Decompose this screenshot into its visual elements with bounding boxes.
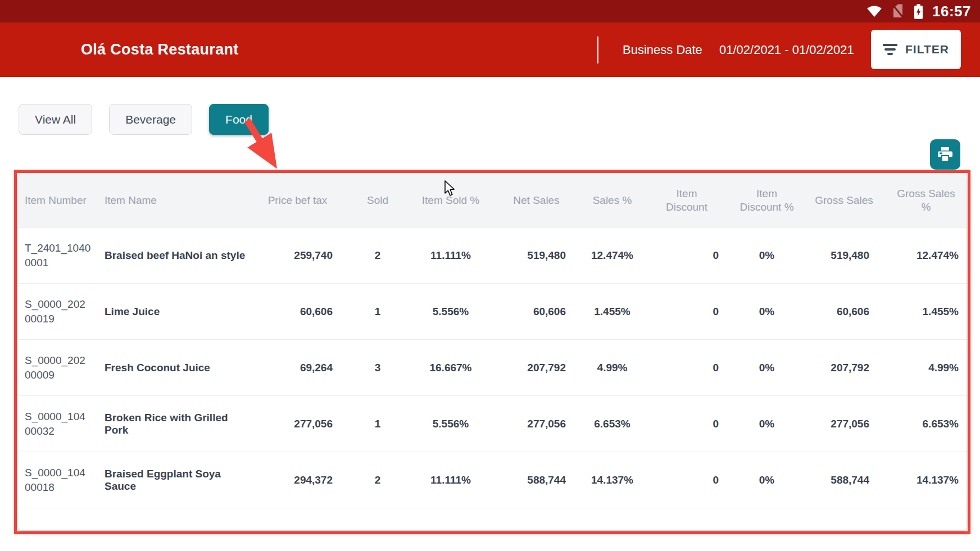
header-cell-item-sold-pct[interactable]: Item Sold % — [409, 174, 493, 227]
cell-gross-sales: 86,580 — [805, 530, 883, 531]
cell-net-sales: 588,744 — [493, 474, 580, 486]
chip-beverage[interactable]: Beverage — [109, 104, 192, 135]
cell-item-name: Lime Juice — [91, 306, 248, 318]
cell-sales-pct: 1.455% — [580, 306, 645, 318]
cell-item-name: Braised beef HaNoi an style — [91, 249, 248, 262]
cell-price-bef-tax: 60,606 — [248, 306, 347, 318]
cell-net-sales: 60,606 — [493, 306, 580, 318]
cell-item-sold-pct: 5.556% — [409, 530, 493, 531]
cell-item-sold-pct: 11.111% — [409, 474, 493, 486]
cell-item-number: S_0000_204 — [18, 529, 91, 530]
cell-item-number: S_0000_202 00009 — [18, 353, 91, 382]
cell-item-discount: 0 — [645, 530, 729, 531]
header-cell-net-sales[interactable]: Net Sales — [493, 174, 580, 227]
cell-sold: 1 — [347, 530, 409, 531]
business-date-value[interactable]: 01/02/2021 - 01/02/2021 — [719, 22, 854, 77]
cell-net-sales: 207,792 — [493, 362, 580, 374]
cell-sales-pct: 14.137% — [580, 474, 645, 486]
battery-charging-icon — [914, 4, 923, 19]
cell-gross-sales: 60,606 — [805, 306, 883, 318]
cell-net-sales: 86,580 — [493, 530, 580, 531]
cell-item-name: Broken Rice with Grilled Pork — [91, 412, 248, 436]
header-cell-sales-pct[interactable]: Sales % — [580, 174, 645, 227]
table-body: T_2401_1040 0001 Braised beef HaNoi an s… — [18, 227, 967, 530]
cell-item-name: Blueberry Lemon Cool — [91, 530, 248, 531]
cell-sales-pct: 6.653% — [580, 418, 645, 430]
cell-item-discount-pct: 0% — [729, 362, 805, 374]
cell-item-sold-pct: 5.556% — [409, 306, 493, 318]
cell-price-bef-tax: 294,372 — [248, 474, 347, 486]
cell-sales-pct: 2.079% — [580, 530, 645, 531]
cell-item-number: S_0000_104 00018 — [18, 466, 91, 494]
cell-item-name: Braised Eggplant Soya Sauce — [91, 468, 248, 493]
report-table-card: Item Number Item Name Price bef tax Sold… — [18, 174, 967, 530]
status-time: 16:57 — [932, 3, 971, 20]
header-cell-gross-sales-pct[interactable]: Gross Sales % — [883, 174, 967, 227]
chip-view-all[interactable]: View All — [19, 104, 92, 135]
cell-sold: 1 — [347, 418, 409, 430]
chip-food[interactable]: Food — [209, 104, 269, 135]
status-bar: 16:57 — [0, 0, 980, 22]
table-row: S_0000_104 00032 Broken Rice with Grille… — [18, 396, 967, 452]
header-divider — [597, 37, 598, 63]
cell-item-discount: 0 — [645, 306, 729, 318]
wifi-icon — [866, 4, 882, 18]
header-cell-item-number[interactable]: Item Number — [18, 174, 91, 227]
category-chips: View All Beverage Food — [19, 104, 269, 135]
cell-sales-pct: 12.474% — [580, 249, 645, 262]
cell-item-discount-pct: 0% — [729, 474, 805, 486]
cell-item-discount-pct: 0% — [729, 306, 805, 318]
header-cell-sold[interactable]: Sold — [347, 174, 409, 227]
filter-lines-icon — [883, 43, 897, 56]
cell-sold: 2 — [347, 249, 409, 262]
cell-item-number: S_0000_104 00032 — [18, 409, 91, 438]
cell-price-bef-tax: 86,580 — [248, 530, 347, 531]
print-button[interactable] — [930, 139, 960, 170]
cell-item-discount-pct: 0% — [729, 418, 805, 430]
header-cell-price-bef-tax[interactable]: Price bef tax — [248, 174, 347, 227]
cell-gross-sales-pct: 6.653% — [883, 418, 967, 430]
cell-item-name: Fresh Coconut Juice — [91, 362, 248, 374]
header-cell-item-discount[interactable]: Item Discount — [645, 174, 729, 227]
table-row: S_0000_202 00009 Fresh Coconut Juice 69,… — [18, 340, 967, 396]
table-row: S_0000_204 Blueberry Lemon Cool 86,580 1… — [18, 508, 967, 530]
cell-gross-sales-pct: 2.079% — [883, 530, 967, 531]
cell-item-discount: 0 — [645, 362, 729, 374]
cell-price-bef-tax: 277,056 — [248, 418, 347, 430]
cell-item-sold-pct: 16.667% — [409, 362, 493, 374]
header-cell-item-name[interactable]: Item Name — [91, 174, 248, 227]
cell-price-bef-tax: 69,264 — [248, 362, 347, 374]
cell-item-discount: 0 — [645, 474, 729, 486]
annotation-highlight-box: Item Number Item Name Price bef tax Sold… — [14, 170, 970, 534]
filter-button[interactable]: FILTER — [871, 30, 961, 69]
cell-sales-pct: 4.99% — [580, 362, 645, 374]
header-cell-item-discount-pct[interactable]: Item Discount % — [729, 174, 805, 227]
cell-gross-sales: 207,792 — [805, 362, 883, 374]
cell-gross-sales: 277,056 — [805, 418, 883, 430]
cell-gross-sales-pct: 12.474% — [883, 249, 967, 262]
cell-sold: 1 — [347, 306, 409, 318]
header-cell-gross-sales[interactable]: Gross Sales — [805, 174, 883, 227]
no-sim-icon — [891, 4, 905, 19]
cell-gross-sales-pct: 14.137% — [883, 474, 967, 486]
cell-item-sold-pct: 5.556% — [409, 418, 493, 430]
cell-net-sales: 277,056 — [493, 418, 580, 430]
cell-price-bef-tax: 259,740 — [248, 249, 347, 262]
cell-item-discount: 0 — [645, 418, 729, 430]
cell-gross-sales-pct: 4.99% — [883, 362, 967, 374]
cell-sold: 2 — [347, 474, 409, 486]
cell-item-discount: 0 — [645, 249, 729, 262]
printer-icon — [937, 147, 954, 162]
cell-gross-sales: 519,480 — [805, 249, 883, 262]
table-header: Item Number Item Name Price bef tax Sold… — [18, 174, 967, 227]
cell-item-discount-pct: 0% — [729, 530, 805, 531]
table-row: S_0000_202 00019 Lime Juice 60,606 1 5.5… — [18, 284, 967, 340]
cell-gross-sales-pct: 1.455% — [883, 306, 967, 318]
cell-gross-sales: 588,744 — [805, 474, 883, 486]
table-row: S_0000_104 00018 Braised Eggplant Soya S… — [18, 452, 967, 508]
table-row: T_2401_1040 0001 Braised beef HaNoi an s… — [18, 227, 967, 284]
app-header: Olá Costa Restaurant Business Date 01/02… — [0, 22, 980, 77]
cell-item-number: T_2401_1040 0001 — [18, 241, 91, 270]
cell-item-number: S_0000_202 00019 — [18, 297, 91, 326]
business-date-label: Business Date — [623, 22, 702, 77]
